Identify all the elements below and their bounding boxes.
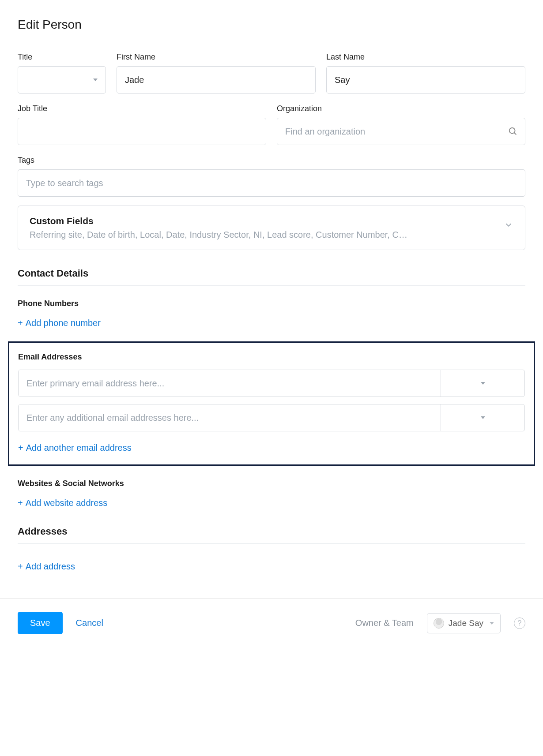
add-email-text: Add another email address	[26, 443, 132, 453]
contact-details-heading: Contact Details	[18, 268, 525, 286]
add-another-email-link[interactable]: + Add another email address	[18, 443, 132, 453]
organization-search-wrap	[277, 118, 525, 145]
plus-icon: +	[18, 561, 23, 572]
job-title-input[interactable]	[18, 118, 266, 145]
email-additional-input[interactable]	[19, 404, 441, 431]
organization-label: Organization	[277, 104, 525, 113]
tags-field: Tags Type to search tags	[18, 156, 525, 197]
add-address-link[interactable]: + Add address	[18, 561, 75, 572]
plus-icon: +	[18, 498, 23, 508]
custom-fields-panel[interactable]: Custom Fields Referring site, Date of bi…	[18, 206, 525, 250]
job-title-label: Job Title	[18, 104, 266, 113]
tags-placeholder: Type to search tags	[26, 178, 103, 188]
chevron-down-icon	[504, 220, 513, 230]
tags-label: Tags	[18, 156, 525, 165]
help-icon[interactable]: ?	[514, 618, 525, 629]
first-name-input[interactable]	[117, 66, 316, 94]
email-primary-input[interactable]	[19, 370, 441, 397]
caret-down-icon	[481, 382, 485, 385]
save-button[interactable]: Save	[18, 612, 63, 634]
svg-point-0	[509, 128, 515, 134]
caret-down-icon	[490, 622, 494, 625]
add-phone-number-link[interactable]: + Add phone number	[18, 318, 101, 328]
email-addresses-section: Email Addresses + Add another email addr…	[8, 341, 535, 466]
organization-field: Organization	[277, 104, 525, 145]
job-title-field: Job Title	[18, 104, 266, 145]
avatar	[434, 618, 444, 629]
add-phone-text: Add phone number	[26, 318, 101, 328]
page-title: Edit Person	[18, 18, 525, 32]
email-addresses-label: Email Addresses	[18, 352, 525, 362]
add-website-text: Add website address	[26, 498, 108, 508]
title-label: Title	[18, 52, 106, 62]
last-name-input[interactable]	[326, 66, 525, 94]
title-select[interactable]	[18, 66, 106, 94]
footer: Save Cancel Owner & Team Jade Say ?	[0, 599, 543, 647]
svg-line-1	[514, 133, 517, 135]
add-website-address-link[interactable]: + Add website address	[18, 498, 107, 508]
plus-icon: +	[18, 318, 23, 328]
last-name-field: Last Name	[326, 52, 525, 94]
caret-down-icon	[93, 79, 98, 81]
plus-icon: +	[18, 443, 23, 453]
owner-name: Jade Say	[449, 618, 483, 628]
caret-down-icon	[481, 416, 485, 419]
tags-input[interactable]: Type to search tags	[18, 169, 525, 197]
add-address-text: Add address	[26, 561, 75, 572]
cancel-button[interactable]: Cancel	[76, 618, 103, 628]
search-icon[interactable]	[508, 127, 518, 136]
phone-numbers-label: Phone Numbers	[18, 299, 525, 308]
last-name-label: Last Name	[326, 52, 525, 62]
first-name-field: First Name	[117, 52, 316, 94]
first-name-label: First Name	[117, 52, 316, 62]
custom-fields-title: Custom Fields	[30, 216, 495, 226]
email-primary-type-select[interactable]	[441, 370, 524, 397]
custom-fields-summary: Referring site, Date of birth, Local, Da…	[30, 230, 495, 240]
title-field: Title	[18, 52, 106, 94]
addresses-heading: Addresses	[18, 526, 525, 544]
owner-select[interactable]: Jade Say	[427, 613, 501, 633]
owner-team-label: Owner & Team	[355, 618, 414, 628]
email-row-additional	[18, 404, 525, 431]
websites-label: Websites & Social Networks	[18, 479, 525, 488]
organization-input[interactable]	[285, 127, 508, 137]
email-additional-type-select[interactable]	[441, 404, 524, 431]
email-row-primary	[18, 370, 525, 397]
